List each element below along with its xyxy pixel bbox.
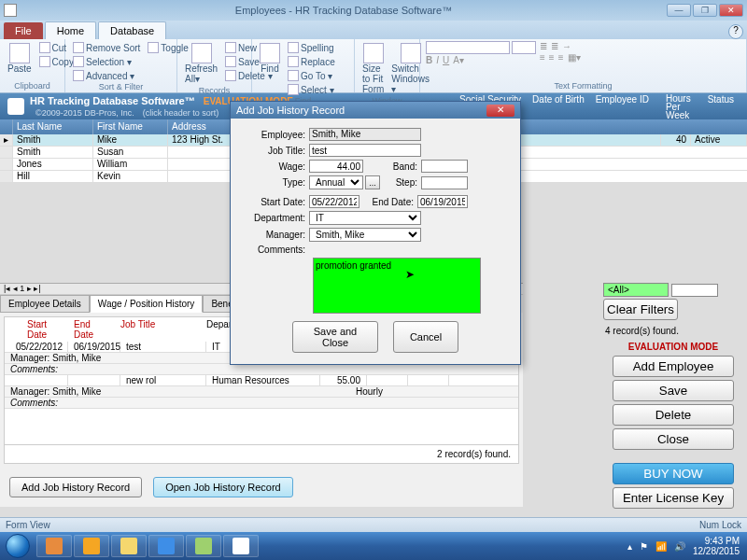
taskbar-explorer[interactable]	[111, 535, 147, 557]
tab-employee-details[interactable]: Employee Details	[0, 295, 90, 313]
cancel-button[interactable]: Cancel	[393, 321, 458, 353]
start-button[interactable]	[0, 532, 35, 560]
find-icon	[260, 43, 280, 63]
taskbar-firefox[interactable]	[36, 535, 72, 557]
col-eid[interactable]: Employee ID	[590, 94, 655, 119]
bullets-button[interactable]: ≣	[540, 41, 547, 51]
remove-sort-button[interactable]: Remove Sort	[71, 41, 142, 54]
app-copyright: ©2009-2015 DB-Pros, Inc.	[35, 108, 134, 118]
remove-sort-icon	[73, 42, 84, 53]
goto-icon	[288, 70, 299, 81]
col-status[interactable]: Status	[702, 94, 740, 119]
selection-button[interactable]: Selection ▾	[71, 55, 142, 68]
minimize-button[interactable]: —	[667, 4, 691, 17]
tray-speaker-icon[interactable]: 🔊	[674, 541, 685, 552]
help-button[interactable]: ?	[728, 24, 743, 39]
size-to-fit-button[interactable]: Size to Fit Form	[360, 41, 386, 96]
save-employee-button[interactable]: Save	[613, 380, 734, 401]
subgrid-row[interactable]: new rolHuman Resources55.00	[5, 375, 518, 386]
group-sortfilter: Sort & Filter	[71, 82, 171, 91]
enddate-field[interactable]	[417, 195, 468, 208]
lbl-jobtitle: Job Title:	[238, 146, 309, 156]
save-and-close-button[interactable]: Save and Close	[292, 321, 378, 353]
tray-flag-icon[interactable]: ⚑	[640, 541, 648, 552]
enter-license-button[interactable]: Enter License Key	[613, 487, 734, 509]
dialog-close-button[interactable]: ✕	[486, 105, 514, 117]
window-titlebar: Employees - HR Tracking Database Softwar…	[0, 0, 747, 21]
sort-hint: (click header to sort)	[143, 108, 219, 118]
align-left-button[interactable]: ≡	[540, 52, 545, 63]
eval-mode-label: EVALUATION MODE	[603, 342, 743, 352]
lbl-type: Type:	[238, 177, 309, 188]
font-family-select[interactable]	[426, 41, 510, 54]
fill-color-button[interactable]: ▦▾	[568, 52, 581, 63]
manager-dropdown[interactable]: Smith, Mike	[309, 228, 421, 242]
numbering-button[interactable]: ≣	[551, 41, 558, 51]
select-button[interactable]: Select ▾	[286, 83, 337, 96]
comments-textarea[interactable]: promotion granted➤	[313, 258, 481, 314]
employee-field: Smith, Mike	[309, 128, 421, 141]
app-icon	[4, 4, 17, 17]
shdr-end[interactable]: End Date	[68, 319, 115, 340]
paste-button[interactable]: Paste	[6, 41, 34, 76]
status-left: Form View	[6, 520, 50, 530]
tray-network-icon[interactable]: 📶	[655, 541, 667, 552]
tab-wage-history[interactable]: Wage / Position History	[90, 295, 204, 313]
system-tray[interactable]: ▴ ⚑ 📶 🔊 9:43 PM12/28/2015	[627, 536, 747, 556]
buy-now-button[interactable]: BUY NOW	[613, 463, 734, 484]
taskbar-app[interactable]	[223, 535, 259, 557]
find-button[interactable]: Find	[258, 41, 282, 76]
hdr-firstname[interactable]: First Name	[93, 119, 168, 134]
refresh-all-button[interactable]: Refresh All▾	[183, 41, 219, 86]
type-ellipsis-button[interactable]: ...	[365, 175, 380, 189]
align-center-button[interactable]: ≡	[549, 52, 555, 63]
clear-filters-button[interactable]: Clear Filters	[603, 299, 678, 320]
close-button[interactable]: ✕	[719, 4, 743, 17]
indent-button[interactable]: →	[562, 41, 571, 51]
status-bar: Form View Num Lock	[0, 517, 747, 532]
font-size-select[interactable]	[512, 41, 536, 54]
step-field[interactable]	[421, 176, 468, 189]
dialog-titlebar[interactable]: Add Job History Record ✕	[231, 102, 520, 119]
tab-home[interactable]: Home	[45, 21, 96, 39]
col-hpw[interactable]: HoursPerWeek	[655, 94, 702, 119]
add-job-history-dialog: Add Job History Record ✕ Employee:Smith,…	[230, 101, 521, 365]
taskbar-outlook[interactable]	[74, 535, 109, 557]
italic-button[interactable]: I	[436, 55, 439, 65]
add-employee-button[interactable]: Add Employee	[613, 356, 734, 377]
open-job-history-button[interactable]: Open Job History Record	[153, 477, 293, 497]
underline-button[interactable]: U	[443, 55, 449, 65]
align-right-button[interactable]: ≡	[558, 52, 564, 63]
paint-icon	[195, 538, 212, 554]
size-icon	[363, 43, 384, 63]
subgrid-row-cmt: Comments:	[5, 398, 518, 409]
taskbar-mediaplayer[interactable]	[148, 535, 184, 557]
col-dob[interactable]: Date of Birth	[527, 94, 590, 119]
type-dropdown[interactable]: Annually	[309, 175, 363, 189]
bold-button[interactable]: B	[426, 55, 432, 65]
department-dropdown[interactable]: IT	[309, 211, 421, 225]
goto-button[interactable]: Go To ▾	[286, 69, 337, 82]
hdr-lastname[interactable]: Last Name	[13, 119, 93, 134]
jobtitle-field[interactable]	[309, 144, 421, 157]
tray-chevron-icon[interactable]: ▴	[627, 541, 632, 552]
band-field[interactable]	[421, 160, 468, 173]
tab-file[interactable]: File	[4, 22, 43, 39]
delete-employee-button[interactable]: Delete	[613, 404, 734, 426]
font-color-button[interactable]: A▾	[453, 55, 464, 65]
spelling-button[interactable]: Spelling	[286, 41, 337, 54]
tab-database[interactable]: Database	[98, 21, 166, 39]
shdr-start[interactable]: Start Date	[21, 319, 68, 340]
filter-field[interactable]	[671, 284, 718, 297]
advanced-button[interactable]: Advanced ▾	[71, 69, 142, 82]
shdr-jobtitle[interactable]: Job Title	[115, 319, 201, 340]
clock[interactable]: 9:43 PM12/28/2015	[693, 536, 740, 556]
startdate-field[interactable]	[309, 195, 359, 208]
close-form-button[interactable]: Close	[613, 428, 734, 450]
wage-field[interactable]	[309, 160, 363, 173]
maximize-button[interactable]: ❐	[693, 4, 717, 17]
add-job-history-button[interactable]: Add Job History Record	[9, 477, 142, 497]
filter-all-dropdown[interactable]: <All>	[603, 283, 669, 297]
replace-button[interactable]: Replace	[286, 55, 337, 68]
taskbar-paint[interactable]	[186, 535, 221, 557]
